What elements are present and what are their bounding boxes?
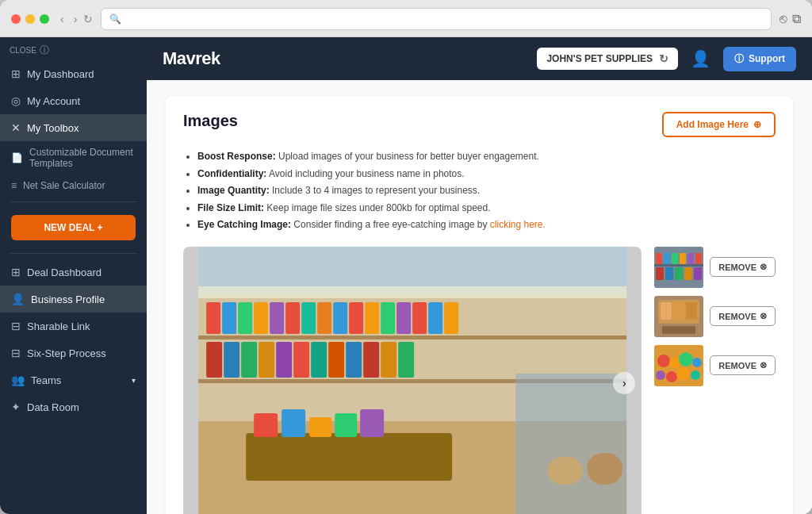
forward-button[interactable]: › [71,11,81,27]
svg-rect-31 [381,342,396,378]
svg-rect-53 [675,267,683,280]
link-icon: ⊟ [11,320,21,332]
user-icon-button[interactable]: 👤 [691,49,710,68]
svg-rect-60 [686,302,697,320]
image-next-arrow[interactable]: › [613,372,635,394]
back-button[interactable]: ‹ [57,11,67,27]
steps-icon: ⊟ [11,347,21,359]
sidebar-item-six-step-process[interactable]: ⊟ Six-Step Process [0,339,147,366]
url-input[interactable] [126,13,763,25]
sidebar-item-sharable-link[interactable]: ⊟ Sharable Link [0,313,147,339]
svg-rect-5 [222,302,236,334]
svg-rect-7 [254,302,268,334]
svg-rect-61 [662,326,695,334]
main-content: Mavrek JOHN'S PET SUPPLIES ↻ 👤 ⓘ Support… [147,37,812,514]
remove-icon-3: ⊗ [760,360,767,370]
sidebar-item-teams[interactable]: 👥 Teams ▾ [0,366,147,393]
tip-filesize: File Size Limit: Keep image file sizes u… [197,200,776,217]
image-gallery: › [183,247,776,514]
sidebar-label-templates: Customizable Document Templates [29,147,136,169]
svg-point-70 [691,370,700,380]
svg-rect-46 [672,253,678,264]
remove-button-2[interactable]: REMOVE ⊗ [710,306,776,326]
teams-icon: 👥 [11,374,25,386]
thumbnail-1[interactable] [654,247,703,288]
close-traffic-light[interactable] [11,14,21,24]
sidebar-item-my-toolbox[interactable]: ✕ My Toolbox [0,114,147,141]
dashboard-icon: ⊞ [11,67,21,80]
sidebar: CLOSE ⓘ ⊞ My Dashboard ◎ My Account ✕ My… [0,37,147,514]
svg-rect-52 [665,267,673,280]
document-icon: 📄 [11,152,23,163]
data-room-icon: ✦ [11,401,21,413]
toolbox-icon: ✕ [11,121,21,134]
svg-rect-55 [694,267,702,280]
sidebar-divider-2 [10,253,137,254]
calculator-icon: ≡ [11,180,17,191]
images-section: Images Add Image Here ⊕ Boost Response: … [166,96,793,514]
thumbnail-3[interactable] [654,345,703,386]
remove-button-3[interactable]: REMOVE ⊗ [710,355,776,375]
tip-boost: Boost Response: Upload images of your bu… [197,148,776,166]
remove-button-1[interactable]: REMOVE ⊗ [710,257,776,277]
clicking-here-link[interactable]: clicking here. [490,219,546,230]
svg-rect-42 [587,453,622,485]
svg-rect-51 [656,267,664,280]
refresh-button[interactable]: ↻ [83,11,93,27]
sidebar-close[interactable]: CLOSE ⓘ [0,37,147,60]
svg-rect-48 [688,253,694,264]
sidebar-label-six-step: Six-Step Process [27,347,106,359]
sidebar-subitem-calculator[interactable]: ≡ Net Sale Calculator [0,175,147,197]
search-icon: 🔍 [109,13,121,25]
sidebar-item-data-room[interactable]: ✦ Data Room [0,393,147,420]
svg-point-69 [676,367,689,380]
svg-rect-22 [224,342,239,378]
maximize-traffic-light[interactable] [40,14,49,24]
svg-rect-17 [412,302,427,334]
profile-icon: 👤 [11,293,25,305]
svg-rect-34 [246,433,452,481]
tips-list: Boost Response: Upload images of your bu… [183,148,776,234]
thumbnail-2[interactable] [654,296,703,337]
support-label: Support [749,53,785,64]
svg-rect-6 [238,302,252,334]
sidebar-item-business-profile[interactable]: 👤 Business Profile [0,286,147,313]
svg-rect-58 [661,302,672,320]
minimize-traffic-light[interactable] [25,14,35,24]
svg-rect-44 [656,253,662,264]
company-selector[interactable]: JOHN'S PET SUPPLIES ↻ [537,48,678,70]
new-tab-button[interactable]: ⧉ [792,12,801,26]
svg-rect-8 [270,302,284,334]
browser-actions: ⎋ ⧉ [779,12,801,26]
thumb-row-3: REMOVE ⊗ [654,345,776,386]
svg-rect-18 [428,302,442,334]
sidebar-divider-1 [10,201,137,202]
traffic-lights [11,14,49,24]
svg-rect-47 [680,253,686,264]
svg-rect-19 [444,302,458,334]
sidebar-label-business-profile: Business Profile [31,293,105,305]
remove-label-3: REMOVE [718,361,756,370]
support-button[interactable]: ⓘ Support [723,47,796,71]
svg-rect-10 [301,302,316,334]
svg-rect-45 [664,253,670,264]
svg-rect-16 [396,302,411,334]
svg-rect-9 [285,302,300,334]
svg-rect-11 [317,302,331,334]
sidebar-label-my-account: My Account [27,95,80,107]
sidebar-subitem-templates[interactable]: 📄 Customizable Document Templates [0,141,147,175]
share-button[interactable]: ⎋ [779,12,787,26]
svg-rect-50 [654,264,703,267]
svg-rect-4 [206,302,220,334]
svg-rect-14 [365,302,379,334]
sidebar-item-my-account[interactable]: ◎ My Account [0,87,147,114]
nav-buttons: ‹ › ↻ [57,11,93,27]
section-header: Images Add Image Here ⊕ [183,112,776,137]
svg-rect-32 [398,342,414,378]
sidebar-item-my-dashboard[interactable]: ⊞ My Dashboard [0,60,147,87]
sidebar-label-my-toolbox: My Toolbox [27,122,79,134]
close-label: CLOSE [10,46,36,55]
sidebar-item-deal-dashboard[interactable]: ⊞ Deal Dashboard [0,259,147,286]
add-image-button[interactable]: Add Image Here ⊕ [662,112,776,137]
new-deal-button[interactable]: NEW DEAL + [11,215,136,240]
